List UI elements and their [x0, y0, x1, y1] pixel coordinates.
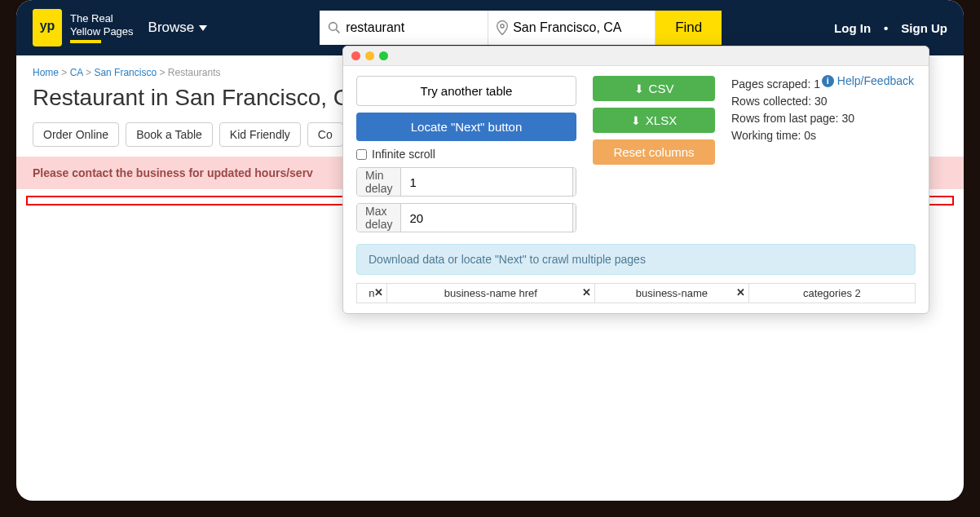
- popup-titlebar[interactable]: [343, 46, 929, 66]
- search-icon: [328, 21, 341, 34]
- working-time: Working time: 0s: [731, 127, 854, 144]
- help-link[interactable]: i Help/Feedback: [822, 74, 914, 87]
- rows-collected: Rows collected: 30: [731, 93, 854, 110]
- filter-pill[interactable]: Book a Table: [126, 122, 213, 147]
- csv-label: CSV: [649, 82, 674, 95]
- browse-label: Browse: [148, 20, 195, 36]
- breadcrumb-leaf: Restaurants: [168, 67, 221, 78]
- locate-next-button[interactable]: Locate "Next" button: [356, 113, 576, 141]
- pin-icon: [497, 20, 508, 35]
- infinite-scroll-checkbox[interactable]: Infinite scroll: [356, 148, 576, 161]
- col-header-cat: categories 2: [748, 284, 915, 303]
- breadcrumb-city[interactable]: San Francisco: [94, 67, 157, 78]
- search-bar: Find: [320, 11, 722, 45]
- close-icon[interactable]: ✕: [736, 286, 745, 298]
- min-delay-row: Min delay sec: [356, 167, 576, 197]
- logo[interactable]: yp The Real Yellow Pages: [33, 9, 134, 46]
- sec-label: sec: [572, 204, 576, 232]
- max-delay-label: Max delay: [357, 204, 401, 232]
- min-delay-input[interactable]: [401, 175, 572, 189]
- data-table: n✕ business-name href✕ business-name✕ ca…: [356, 283, 916, 303]
- xlsx-button[interactable]: ⬇XLSX: [593, 108, 715, 133]
- download-icon: ⬇: [634, 82, 644, 95]
- minimize-icon[interactable]: [365, 51, 374, 60]
- breadcrumb-state[interactable]: CA: [70, 67, 83, 78]
- stats-block: Pages scraped: 1 Rows collected: 30 Rows…: [731, 76, 854, 232]
- close-icon[interactable]: [351, 51, 360, 60]
- col-header-n: n✕: [357, 284, 387, 303]
- xlsx-label: XLSX: [646, 113, 677, 127]
- rows-last-page: Rows from last page: 30: [731, 110, 854, 127]
- min-delay-label: Min delay: [357, 168, 401, 196]
- col-header-name: business-name✕: [594, 284, 748, 303]
- sec-label: sec: [572, 168, 576, 196]
- location-input[interactable]: [508, 20, 647, 35]
- download-icon: ⬇: [631, 114, 641, 127]
- table-header-row: n✕ business-name href✕ business-name✕ ca…: [357, 284, 916, 303]
- search-input[interactable]: [341, 20, 479, 35]
- find-button[interactable]: Find: [656, 11, 722, 45]
- csv-button[interactable]: ⬇CSV: [593, 76, 715, 101]
- scraper-popup: i Help/Feedback Try another table Locate…: [342, 46, 929, 314]
- login-link[interactable]: Log In: [834, 21, 871, 35]
- signup-link[interactable]: Sign Up: [901, 21, 947, 35]
- infinite-scroll-label: Infinite scroll: [372, 148, 435, 161]
- col-header-href: business-name href✕: [386, 284, 594, 303]
- help-label: Help/Feedback: [837, 74, 914, 87]
- logo-mark: yp: [33, 9, 62, 46]
- browse-menu[interactable]: Browse: [148, 20, 208, 36]
- chevron-down-icon: [199, 25, 207, 31]
- close-icon[interactable]: ✕: [582, 286, 591, 298]
- max-delay-row: Max delay sec: [356, 203, 576, 232]
- filter-pill[interactable]: Kid Friendly: [219, 122, 301, 147]
- maximize-icon[interactable]: [379, 51, 388, 60]
- filter-pill[interactable]: Co: [307, 122, 343, 147]
- filter-pill[interactable]: Order Online: [33, 122, 119, 147]
- auth-links: Log In • Sign Up: [834, 21, 947, 35]
- reset-columns-button[interactable]: Reset columns: [593, 139, 715, 165]
- location-box[interactable]: [488, 11, 656, 45]
- search-query-box[interactable]: [320, 11, 488, 45]
- svg-point-0: [329, 23, 338, 31]
- separator-dot: •: [884, 21, 888, 35]
- svg-line-1: [337, 29, 340, 33]
- info-banner: Download data or locate "Next" to crawl …: [356, 244, 916, 275]
- max-delay-input[interactable]: [401, 211, 572, 225]
- try-another-button[interactable]: Try another table: [356, 76, 576, 106]
- svg-point-2: [501, 24, 504, 28]
- infinite-scroll-input[interactable]: [356, 149, 367, 160]
- breadcrumb-home[interactable]: Home: [33, 67, 59, 78]
- close-icon[interactable]: ✕: [374, 286, 383, 298]
- info-icon: i: [822, 75, 834, 87]
- logo-tagline: The Real Yellow Pages: [70, 12, 134, 42]
